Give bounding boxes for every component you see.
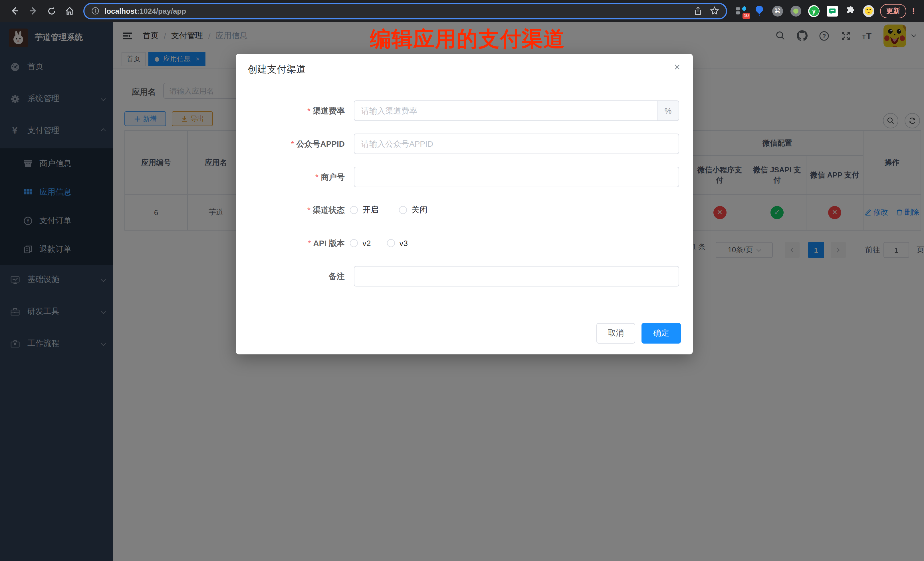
bookmark-star-icon[interactable] bbox=[710, 6, 719, 15]
back-icon[interactable] bbox=[8, 3, 22, 18]
mchid-label: 商户号 bbox=[321, 172, 345, 182]
create-channel-dialog: 创建支付渠道 × *渠道费率 % *公众号APPID *商户号 *渠道状态 开启… bbox=[236, 54, 693, 354]
address-bar[interactable]: localhost:1024/pay/app bbox=[83, 3, 727, 19]
api-version-row: *API 版本 v2 v3 bbox=[236, 233, 693, 254]
browser-menu-icon[interactable]: ⋮ bbox=[910, 7, 917, 15]
appid-row: *公众号APPID bbox=[236, 134, 693, 154]
extension-balloon-icon[interactable] bbox=[753, 5, 765, 16]
extension-chat-icon[interactable] bbox=[826, 5, 838, 16]
confirm-button[interactable]: 确定 bbox=[642, 323, 681, 344]
extension-y-icon[interactable]: y bbox=[808, 5, 819, 16]
url-text: localhost:1024/pay/app bbox=[105, 7, 186, 15]
mchid-input[interactable] bbox=[354, 166, 679, 187]
cancel-button[interactable]: 取消 bbox=[596, 323, 635, 344]
extension-tabs-icon[interactable]: 10 bbox=[735, 5, 747, 16]
extension-badge: 10 bbox=[742, 13, 750, 19]
percent-suffix: % bbox=[657, 100, 679, 121]
mchid-row: *商户号 bbox=[236, 166, 693, 187]
extensions-puzzle-icon[interactable] bbox=[844, 5, 856, 16]
browser-update-button[interactable]: 更新 bbox=[880, 4, 906, 18]
appid-input[interactable] bbox=[354, 134, 679, 154]
home-icon[interactable] bbox=[62, 3, 77, 18]
rate-row: *渠道费率 % bbox=[236, 100, 693, 121]
browser-extensions: 10 ⌘ y bbox=[735, 5, 874, 16]
radio-close[interactable] bbox=[399, 206, 407, 214]
appid-label: 公众号APPID bbox=[296, 139, 345, 148]
extension-recorder-icon[interactable] bbox=[790, 5, 801, 16]
browser-toolbar: localhost:1024/pay/app 10 ⌘ bbox=[0, 0, 924, 22]
api-version-label: API 版本 bbox=[314, 238, 345, 248]
remark-label: 备注 bbox=[329, 272, 345, 281]
extension-emoji-avatar[interactable] bbox=[863, 5, 874, 16]
radio-v2[interactable] bbox=[350, 239, 358, 247]
close-icon[interactable]: × bbox=[674, 62, 680, 72]
dialog-title: 创建支付渠道 bbox=[248, 63, 306, 76]
reload-icon[interactable] bbox=[44, 3, 59, 18]
forward-icon[interactable] bbox=[26, 3, 40, 18]
radio-v3[interactable] bbox=[387, 239, 395, 247]
status-row: *渠道状态 开启 关闭 bbox=[236, 200, 693, 220]
page: localhost:1024/pay/app 10 ⌘ bbox=[0, 0, 924, 561]
rate-label: 渠道费率 bbox=[313, 106, 345, 115]
remark-input[interactable] bbox=[354, 266, 679, 286]
remark-row: 备注 bbox=[236, 266, 693, 286]
status-label: 渠道状态 bbox=[313, 206, 345, 214]
share-icon[interactable] bbox=[694, 7, 702, 15]
rate-input[interactable] bbox=[354, 100, 657, 121]
radio-open[interactable] bbox=[350, 206, 358, 214]
extension-command-icon[interactable]: ⌘ bbox=[772, 5, 783, 16]
site-info-icon[interactable] bbox=[92, 7, 99, 15]
annotation-text: 编辑应用的支付渠道 bbox=[370, 25, 565, 54]
